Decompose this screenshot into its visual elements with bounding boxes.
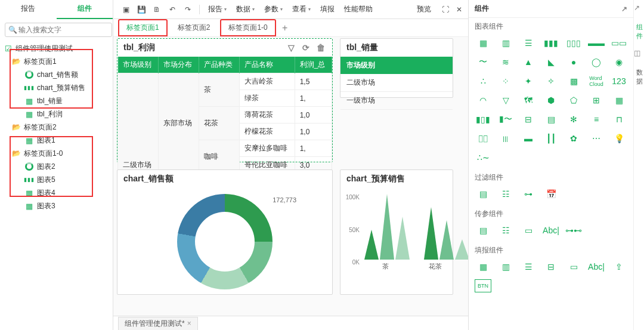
menu-data[interactable]: 数据▾ [233,3,258,16]
tree-item[interactable]: 图表1 [0,134,113,147]
chip-param4-icon[interactable]: Abc| [543,224,559,237]
chip-list-icon[interactable]: ☰ [520,36,537,50]
menu-report[interactable]: 报告▾ [205,3,230,16]
tree-folder-1[interactable]: 📂标签页面1 [0,55,113,68]
rail-tab-component[interactable]: 组件 [634,23,644,41]
chip-map-icon[interactable]: 🗺 [520,94,537,107]
menu-view[interactable]: 查看▾ [289,3,314,16]
chip-line-icon[interactable]: 〜 [475,55,491,69]
save-as-icon[interactable]: 🗎 [150,3,163,16]
card-tbl-sales[interactable]: tbl_销量 市场级别 二级市场 一级市场 [340,38,453,98]
th[interactable]: 产品种类 [199,57,239,73]
th[interactable]: 市场分布 [158,57,199,73]
chip-number-icon[interactable]: 123 [611,75,627,88]
redo-icon[interactable]: ↷ [181,3,194,16]
chip-param2-icon[interactable]: ☷ [497,224,514,237]
chip-candle2-icon[interactable]: ┃┃ [543,132,559,145]
tree-item[interactable]: chart_销售额 [0,68,113,81]
chip-gantt-icon[interactable]: ▬ [520,132,537,145]
chip-dot-icon[interactable]: ⋯ [588,132,605,145]
add-tab-button[interactable]: + [278,21,292,35]
chip-table-icon[interactable]: ▦ [475,36,491,50]
chip-multiline-icon[interactable]: ≋ [497,55,514,69]
menu-fill[interactable]: 填报 [317,3,338,16]
chip-param5-icon[interactable]: ⊶⊷ [565,224,582,237]
th[interactable]: 产品名称 [239,57,295,73]
tree-item[interactable]: 图表3 [0,199,113,212]
chip-filter2-icon[interactable]: ☷ [497,187,514,201]
chip-funnel-icon[interactable]: ▽ [497,94,514,107]
save-icon[interactable]: 💾 [135,3,148,16]
chip-stacked-area-icon[interactable]: ◣ [543,55,559,69]
tree-item[interactable]: 图表2 [0,160,113,173]
chip-param1-icon[interactable]: ▤ [475,224,491,237]
card-chart-sales[interactable]: chart_销售额 172,773 [117,169,333,295]
chip-radar2-icon[interactable]: ✧ [543,75,559,88]
rail-tab-data[interactable]: 数据 [634,68,644,86]
tree-item[interactable]: tbl_销量 [0,94,113,107]
chip-hstack-icon[interactable]: ▭▭ [611,36,627,50]
chip-sunburst-icon[interactable]: ◉ [611,55,627,69]
chip-crosstab-icon[interactable]: ▥ [497,36,514,50]
delete-icon[interactable]: 🗑 [317,43,326,53]
chip-bar-icon[interactable]: ▮▮▮ [543,36,559,50]
card-tbl-profit[interactable]: tbl_利润 ▽ ⟳ 🗑 市场级别 市场分布 产品种类 产品名称 利润_总 二级… [117,38,333,162]
chip-hbar-icon[interactable]: ▬▬ [588,36,605,50]
tree-item[interactable]: 图表4 [0,186,113,199]
tree-item[interactable]: tbl_利润 [0,107,113,121]
chip-fill1-icon[interactable]: ▦ [475,260,491,273]
chip-waterfall-icon[interactable]: ▮▯▮ [475,113,491,126]
chip-filter3-icon[interactable]: ⊶ [520,187,537,201]
tree-folder-3[interactable]: 📂标签页面1-0 [0,147,113,160]
popout-icon[interactable]: ↗ [621,5,627,13]
rail-data-icon[interactable]: ◫ [634,49,644,60]
chip-fill4-icon[interactable]: ⊟ [543,260,559,273]
chip-parallel-icon[interactable]: ⫼ [497,132,514,145]
chip-matrix-icon[interactable]: ▤ [543,113,559,126]
search-input[interactable] [5,23,112,37]
tree-folder-2[interactable]: 📂标签页面2 [0,121,113,134]
canvas-tab-2[interactable]: 标签页面2 [170,20,218,36]
th[interactable]: 市场级别 [118,57,159,73]
menu-param[interactable]: 参数▾ [261,3,286,16]
chip-radar-icon[interactable]: ✦ [520,75,537,88]
refresh-icon[interactable]: ⟳ [302,43,312,53]
bottom-file-tab[interactable]: 组件管理使用测试*× [118,317,198,330]
left-tab-report[interactable]: 报告 [0,0,57,19]
chip-network-icon[interactable]: ✻ [565,113,582,126]
filter-icon[interactable]: ▽ [288,43,298,53]
canvas-tab-3[interactable]: 标签页面1-0 [220,19,275,36]
chip-rose-icon[interactable]: ✿ [565,132,582,145]
chip-param3-icon[interactable]: ▭ [520,224,537,237]
th[interactable]: 利润_总 [295,57,332,73]
chip-geo-icon[interactable]: ⬢ [543,94,559,107]
new-icon[interactable]: ▣ [119,3,132,16]
chip-candlestick-icon[interactable]: ⌷⌷ [475,132,491,145]
canvas-tab-1[interactable]: 标签页面1 [118,19,168,36]
chip-fill7-icon[interactable]: ⇪ [611,260,627,273]
chip-box-icon[interactable]: ⊓ [611,113,627,126]
chip-fill6-icon[interactable]: Abc| [588,260,605,273]
chip-bubble-icon[interactable]: ⁘ [497,75,514,88]
fullscreen-icon[interactable]: ⛶ [442,5,449,14]
chip-polygon-icon[interactable]: ⬠ [565,94,582,107]
chip-treemap-icon[interactable]: ▦ [611,94,627,107]
close-tab-icon[interactable]: × [187,319,191,328]
chip-fill8-icon[interactable]: BTN [475,279,491,292]
chip-scatter-icon[interactable]: ∴ [475,75,491,88]
chip-gauge-icon[interactable]: ◠ [475,94,491,107]
chip-pie-icon[interactable]: ● [565,55,582,69]
chip-pivot-icon[interactable]: ⊟ [520,113,537,126]
card-chart-budget[interactable]: chart_预算销售 100K 50K 0K [340,169,453,295]
chip-donut-icon[interactable]: ◯ [588,55,605,69]
chip-filter1-icon[interactable]: ▤ [475,187,491,201]
tree-item[interactable]: chart_预算销售 [0,81,113,94]
chip-stacked-bar-icon[interactable]: ▯▯▯ [565,36,582,50]
preview-button[interactable]: 预览 [413,3,435,16]
chip-combo-icon[interactable]: ▮〜 [497,113,514,126]
chip-area-icon[interactable]: ▲ [520,55,537,69]
chip-fill2-icon[interactable]: ▥ [497,260,514,273]
chip-wordcloud-icon[interactable]: WordCloud [588,75,605,88]
close-icon[interactable]: ✕ [456,5,462,14]
rail-popout-icon[interactable]: ↗ [634,4,644,14]
